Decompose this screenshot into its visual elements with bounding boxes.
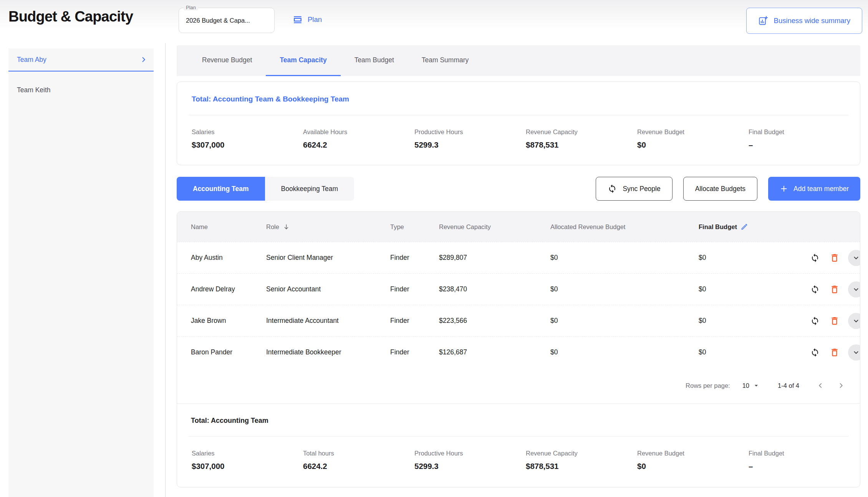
pagination-range: 1-4 of 4 [778, 382, 799, 389]
row-actions [809, 250, 860, 266]
tab-bar: Revenue Budget Team Capacity Team Budget… [177, 45, 860, 76]
totals-stats: Salaries $307,000 Total hours 6624.2 Pro… [177, 450, 860, 471]
toggle-accounting-team[interactable]: Accounting Team [177, 177, 265, 201]
summary-card: Total: Accounting Team & Bookkeeping Tea… [177, 81, 860, 165]
column-header-role-label: Role [266, 223, 279, 231]
allocate-budgets-button[interactable]: Allocate Budgets [683, 177, 757, 201]
caret-down-icon [752, 382, 760, 389]
plan-select[interactable]: Plan 2026 Budget & Capa... [179, 8, 275, 33]
row-actions [809, 344, 860, 361]
column-header-final-budget: Final Budget [699, 223, 809, 231]
column-header-name: Name [191, 223, 266, 231]
totals-divider [189, 436, 848, 437]
stat-productive-hours: Productive Hours 5299.3 [414, 128, 526, 150]
column-header-type: Type [390, 223, 439, 231]
table-row: Andrew Delray Senior Accountant Finder $… [177, 273, 860, 305]
stat-salaries: Salaries $307,000 [192, 128, 303, 150]
row-expand-button[interactable] [848, 344, 860, 361]
stat-final-budget: Final Budget – [749, 128, 860, 150]
tab-team-capacity[interactable]: Team Capacity [266, 45, 340, 76]
cell-role: Intermediate Accountant [266, 317, 390, 325]
stat-productive-hours: Productive Hours 5299.3 [414, 450, 526, 471]
stat-revenue-budget: Revenue Budget $0 [637, 128, 749, 150]
team-totals-section: Total: Accounting Team Salaries $307,000… [177, 403, 860, 487]
toggle-bookkeeping-team[interactable]: Bookkeeping Team [265, 177, 354, 201]
add-team-member-label: Add team member [793, 185, 849, 193]
team-toggle-group: Accounting Team Bookkeeping Team [177, 177, 354, 201]
cell-name: Jake Brown [191, 317, 266, 325]
main-content: Revenue Budget Team Capacity Team Budget… [177, 45, 860, 487]
row-expand-button[interactable] [848, 281, 860, 298]
row-actions [809, 313, 860, 329]
row-sync-button[interactable] [809, 315, 821, 327]
column-header-final-budget-label: Final Budget [699, 223, 737, 231]
next-page-button[interactable] [835, 380, 847, 391]
plan-link[interactable]: Plan [293, 15, 322, 25]
cell-role: Intermediate Bookkeeper [266, 348, 390, 356]
row-sync-button[interactable] [809, 252, 821, 264]
row-expand-button[interactable] [848, 250, 860, 266]
chevron-right-icon [140, 56, 147, 63]
stat-revenue-capacity: Revenue Capacity $878,531 [526, 450, 637, 471]
rows-per-page-value: 10 [742, 382, 749, 389]
row-delete-button[interactable] [828, 251, 841, 264]
summary-divider [189, 115, 848, 115]
cell-revenue-capacity: $126,687 [439, 348, 550, 356]
cell-revenue-capacity: $223,566 [439, 317, 550, 325]
totals-title: Total: Accounting Team [191, 417, 860, 425]
chevron-down-icon [852, 254, 860, 262]
row-sync-button[interactable] [809, 283, 821, 296]
cell-type: Finder [390, 285, 439, 293]
cell-role: Senior Accountant [266, 285, 390, 293]
stat-final-budget: Final Budget – [749, 450, 860, 471]
edit-final-budget-icon[interactable] [740, 223, 748, 231]
plan-icon [293, 15, 303, 25]
allocate-budgets-label: Allocate Budgets [695, 185, 745, 193]
sidebar-item-label: Team Aby [17, 56, 46, 64]
controls-row: Accounting Team Bookkeeping Team Sync Pe… [177, 177, 860, 201]
chevron-down-icon [852, 349, 860, 356]
sync-people-label: Sync People [623, 185, 660, 193]
sort-desc-icon [283, 223, 290, 231]
sidebar-item-team-keith[interactable]: Team Keith [8, 78, 154, 101]
add-team-member-button[interactable]: Add team member [768, 177, 860, 201]
chevron-down-icon [852, 286, 860, 293]
top-bar: Budget & Capacity Plan 2026 Budget & Cap… [0, 0, 868, 43]
cell-final-budget: $0 [699, 317, 809, 325]
cell-role: Senior Client Manager [266, 254, 390, 262]
pagination-bar: Rows per page: 10 1-4 of 4 [177, 368, 860, 403]
business-wide-summary-label: Business wide summary [774, 17, 850, 25]
tab-revenue-budget[interactable]: Revenue Budget [188, 45, 266, 76]
tab-team-summary[interactable]: Team Summary [408, 45, 483, 76]
cell-type: Finder [390, 348, 439, 356]
column-header-revenue-capacity: Revenue Capacity [439, 223, 550, 231]
rows-per-page-select[interactable]: 10 [742, 382, 760, 389]
summary-stats: Salaries $307,000 Available Hours 6624.2… [177, 128, 860, 150]
table-row: Jake Brown Intermediate Accountant Finde… [177, 305, 860, 336]
cell-allocated-revenue-budget: $0 [550, 348, 699, 356]
cell-name: Aby Austin [191, 254, 266, 262]
controls-actions: Sync People Allocate Budgets Add team me… [596, 177, 860, 201]
stat-available-hours: Available Hours 6624.2 [303, 128, 414, 150]
tab-team-budget[interactable]: Team Budget [341, 45, 408, 76]
prev-page-button[interactable] [815, 380, 826, 391]
sidebar-item-team-aby[interactable]: Team Aby [8, 48, 154, 71]
cell-type: Finder [390, 317, 439, 325]
stat-total-hours: Total hours 6624.2 [303, 450, 414, 471]
table-header-row: Name Role Type Revenue Capacity Allocate… [177, 212, 860, 242]
row-delete-button[interactable] [828, 314, 841, 327]
column-header-allocated-revenue-budget: Allocated Revenue Budget [550, 223, 699, 231]
rows-per-page-label: Rows per page: [686, 382, 730, 389]
cell-final-budget: $0 [699, 285, 809, 293]
chevron-right-icon [837, 381, 845, 390]
row-delete-button[interactable] [828, 346, 841, 359]
plan-select-value: 2026 Budget & Capa... [179, 8, 274, 33]
plus-icon [780, 185, 788, 193]
sync-people-button[interactable]: Sync People [596, 177, 672, 201]
row-expand-button[interactable] [848, 313, 860, 329]
row-sync-button[interactable] [809, 346, 821, 359]
column-header-role[interactable]: Role [266, 223, 390, 231]
business-wide-summary-button[interactable]: Business wide summary [746, 8, 862, 34]
stat-revenue-capacity: Revenue Capacity $878,531 [526, 128, 637, 150]
row-delete-button[interactable] [828, 283, 841, 296]
